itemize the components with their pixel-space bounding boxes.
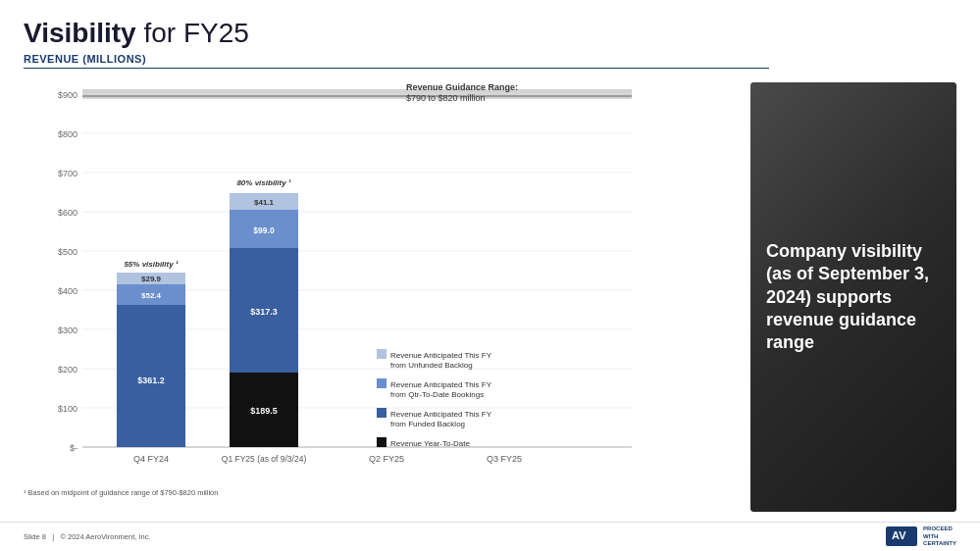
- x-label-q3: Q3 FY25: [487, 454, 522, 464]
- right-panel: Company visibility (as of September 3, 2…: [750, 82, 956, 512]
- right-panel-text: Company visibility (as of September 3, 2…: [766, 240, 941, 355]
- svg-text:$700: $700: [58, 169, 77, 178]
- slide-number: Slide 8: [24, 532, 46, 541]
- bar-q4fy24: $361.2 $52.4 $29.9 55% visibility ¹ Q4 F…: [117, 260, 185, 464]
- footnote: ¹ Based on midpoint of guidance range of…: [24, 488, 741, 497]
- slide-header: Visibility for FY25 REVENUE (MILLIONS): [0, 0, 980, 75]
- svg-text:from Unfunded Backlog: from Unfunded Backlog: [390, 361, 473, 370]
- bar-funded-q1-label: $317.3: [250, 307, 278, 317]
- bar-qtd-q1-label: $99.0: [253, 225, 275, 235]
- annotation-q4: 55% visibility ¹: [124, 260, 178, 269]
- legend-funded-label: Revenue Anticipated This FY: [390, 410, 492, 419]
- svg-text:$600: $600: [58, 208, 77, 218]
- slide: Visibility for FY25 REVENUE (MILLIONS) $…: [0, 0, 980, 551]
- legend-unfunded-label: Revenue Anticipated This FY: [390, 351, 492, 360]
- x-label-q4: Q4 FY24: [133, 454, 169, 464]
- footer-left: Slide 8 | © 2024 AeroVironment, Inc.: [24, 532, 151, 541]
- chart-area: $900 $800 $700 $600 $500 $400: [24, 75, 741, 522]
- slide-title: Visibility for FY25: [24, 18, 956, 49]
- svg-text:$-: $-: [70, 443, 77, 453]
- legend-unfunded-swatch: [377, 349, 387, 359]
- bar-qtd-q4-label: $52.4: [141, 291, 162, 300]
- svg-text:$800: $800: [58, 129, 77, 139]
- bar-unfunded-q1-label: $41.1: [254, 198, 275, 207]
- svg-text:from Funded Backlog: from Funded Backlog: [390, 420, 465, 428]
- copyright: © 2024 AeroVironment, Inc.: [60, 532, 150, 541]
- legend-qtd-label: Revenue Anticipated This FY: [390, 380, 492, 389]
- svg-text:from Qtr-To-Date Bookings: from Qtr-To-Date Bookings: [390, 390, 484, 399]
- guidance-value: $790 to $820 million: [406, 93, 486, 103]
- logo-area: AV PROCEED WITH CERTAINTY: [886, 526, 956, 547]
- bar-ytd-q1-label: $189.5: [250, 406, 278, 416]
- av-logo-svg: AV: [891, 528, 912, 542]
- title-rest: for FY25: [136, 18, 249, 48]
- legend-qtd-swatch: [377, 378, 387, 388]
- bar-unfunded-q4-label: $29.9: [141, 275, 162, 283]
- svg-text:$900: $900: [58, 90, 77, 100]
- x-label-q1: Q1 FY25 (as of 9/3/24): [222, 454, 307, 464]
- svg-text:AV: AV: [892, 529, 906, 541]
- legend-funded-swatch: [377, 408, 387, 418]
- svg-text:$500: $500: [58, 247, 77, 257]
- x-label-q2: Q2 FY25: [369, 454, 404, 464]
- title-bold: Visibility: [24, 18, 136, 48]
- svg-text:$100: $100: [58, 404, 77, 414]
- slide-subtitle: REVENUE (MILLIONS): [24, 53, 769, 69]
- legend-ytd-swatch: [377, 437, 387, 447]
- logo-icon: AV: [886, 526, 917, 546]
- svg-text:$200: $200: [58, 365, 77, 375]
- bar-chart: $900 $800 $700 $600 $500 $400: [24, 75, 730, 486]
- logo-tagline: PROCEED WITH CERTAINTY: [923, 526, 956, 547]
- bar-funded-q4-label: $361.2: [137, 376, 165, 385]
- annotation-q1: 80% visibility ¹: [236, 178, 290, 187]
- legend-ytd-label: Revenue Year-To-Date: [390, 439, 470, 448]
- bar-q1fy25: $189.5 $317.3 $99.0 $41.1 80% visibility…: [222, 178, 307, 464]
- slide-footer: Slide 8 | © 2024 AeroVironment, Inc. AV …: [0, 522, 980, 551]
- main-content: $900 $800 $700 $600 $500 $400: [0, 75, 980, 522]
- svg-text:$300: $300: [58, 326, 77, 335]
- svg-text:$400: $400: [58, 286, 77, 296]
- guidance-label: Revenue Guidance Range:: [406, 82, 518, 92]
